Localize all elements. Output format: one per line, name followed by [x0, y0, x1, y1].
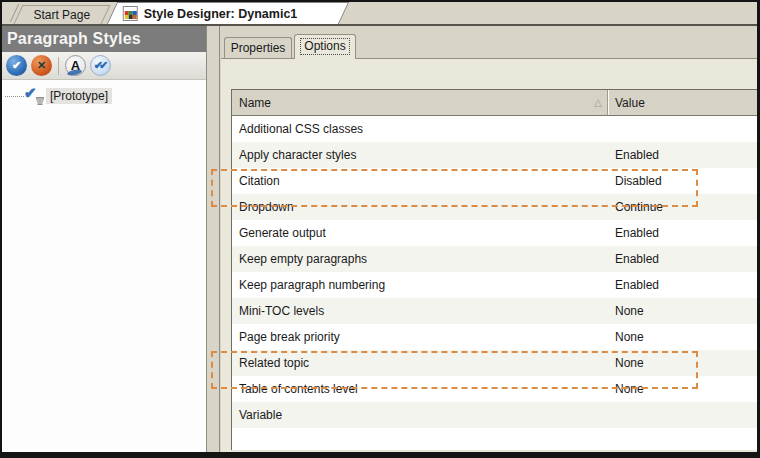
row-value: None — [608, 376, 757, 402]
row-value — [608, 116, 757, 142]
row-name: Additional CSS classes — [232, 116, 608, 142]
character-style-icon[interactable]: A — [65, 55, 86, 76]
tree-item-label: [Prototype] — [46, 88, 112, 104]
table-row[interactable]: Additional CSS classes — [232, 116, 757, 142]
table-row[interactable]: DropdownContinue — [232, 194, 757, 220]
style-document-icon — [123, 6, 138, 21]
blue-check-icon[interactable]: ✔ — [6, 55, 27, 76]
row-value: Enabled — [608, 142, 757, 168]
row-name: Keep paragraph numbering — [232, 272, 608, 298]
table-row[interactable]: Apply character stylesEnabled — [232, 142, 757, 168]
window-content: Start Page Style Designer: Dynamic1 Para… — [2, 2, 757, 452]
options-tab-page: Name △ Value Additional CSS classesApply… — [221, 58, 757, 452]
tab-start-page[interactable]: Start Page — [14, 5, 111, 24]
tab-start-page-label: Start Page — [19, 6, 105, 24]
row-name: Table of contents level — [232, 376, 608, 402]
table-row[interactable]: Keep empty paragraphsEnabled — [232, 246, 757, 272]
prototype-style-icon: ✔ — [24, 87, 46, 105]
row-name: Dropdown — [232, 194, 608, 220]
row-value: Continue — [608, 194, 757, 220]
paragraph-styles-panel: Paragraph Styles ✔ ✕ A ✔✔ ✔ [Prototype] — [2, 26, 207, 452]
table-row[interactable]: Related topicNone — [232, 350, 757, 376]
row-name: Citation — [232, 168, 608, 194]
row-value: Disabled — [608, 168, 757, 194]
tab-properties[interactable]: Properties — [224, 37, 292, 58]
row-name: Related topic — [232, 350, 608, 376]
table-row[interactable]: Keep paragraph numberingEnabled — [232, 272, 757, 298]
tab-options-label: Options — [300, 38, 349, 55]
row-name: Mini-TOC levels — [232, 298, 608, 324]
tree-connector — [5, 96, 24, 97]
table-row[interactable]: Mini-TOC levelsNone — [232, 298, 757, 324]
panel-title: Paragraph Styles — [2, 26, 206, 52]
table-row[interactable]: Table of contents levelNone — [232, 376, 757, 402]
row-name: Variable — [232, 402, 608, 428]
sort-ascending-icon: △ — [594, 97, 602, 108]
table-row[interactable]: Page break priorityNone — [232, 324, 757, 350]
tab-style-designer-label: Style Designer: Dynamic1 — [144, 7, 298, 21]
column-header-value[interactable]: Value — [608, 90, 757, 115]
options-grid: Name △ Value Additional CSS classesApply… — [231, 89, 757, 450]
row-value: None — [608, 324, 757, 350]
style-designer-window: Start Page Style Designer: Dynamic1 Para… — [0, 0, 760, 458]
row-name: Apply character styles — [232, 142, 608, 168]
toolbar-separator — [58, 57, 59, 75]
style-editor-panel: Properties Options Name △ Value — [221, 26, 757, 452]
tree-item-prototype[interactable]: ✔ [Prototype] — [5, 86, 206, 106]
row-name: Keep empty paragraphs — [232, 246, 608, 272]
row-name: Page break priority — [232, 324, 608, 350]
double-check-icon[interactable]: ✔✔ — [90, 55, 111, 76]
tab-options[interactable]: Options — [294, 34, 356, 59]
row-value: None — [608, 298, 757, 324]
row-value: Enabled — [608, 220, 757, 246]
tab-style-designer[interactable]: Style Designer: Dynamic1 — [107, 2, 349, 24]
options-grid-header: Name △ Value — [232, 90, 757, 116]
column-header-name[interactable]: Name △ — [232, 90, 608, 115]
row-value: Enabled — [608, 272, 757, 298]
table-row[interactable]: Variable — [232, 402, 757, 428]
delete-x-icon[interactable]: ✕ — [31, 55, 52, 76]
row-value — [608, 402, 757, 428]
styles-toolbar: ✔ ✕ A ✔✔ — [2, 52, 206, 80]
options-grid-body: Additional CSS classesApply character st… — [232, 116, 757, 428]
row-name: Generate output — [232, 220, 608, 246]
table-row[interactable]: Generate outputEnabled — [232, 220, 757, 246]
row-value: None — [608, 350, 757, 376]
tab-properties-label: Properties — [231, 41, 286, 55]
table-row[interactable]: CitationDisabled — [232, 168, 757, 194]
panel-splitter[interactable] — [208, 26, 220, 452]
row-value: Enabled — [608, 246, 757, 272]
document-tab-strip: Start Page Style Designer: Dynamic1 — [2, 2, 757, 26]
styles-tree: ✔ [Prototype] — [2, 80, 206, 106]
